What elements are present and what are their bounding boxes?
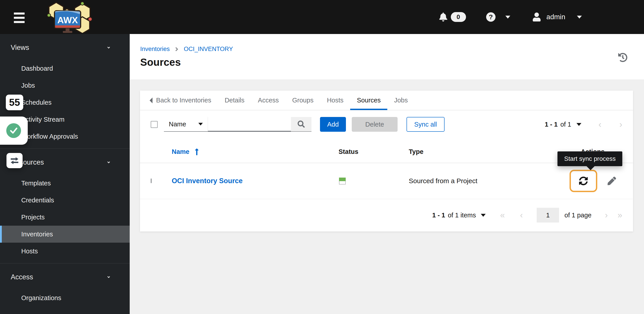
sidebar-item-label: Dashboard	[21, 65, 53, 72]
sidebar-item-label: Activity Stream	[21, 116, 64, 123]
sidebar-group-access-toggle[interactable]: Access	[0, 269, 130, 285]
bottom-pagination: 1 - 1 of 1 items « ‹ of 1 page › »	[140, 199, 633, 231]
pagination-range-total: of 1 items	[448, 212, 476, 219]
toolbar: Name Add Delete Sync all 1 - 1 of 1 ‹ ›	[140, 110, 633, 141]
page-header: Inventories OCI_INVENTORY Sources	[130, 34, 644, 80]
pagination-range-total: of 1	[560, 121, 571, 128]
sort-up-icon	[194, 148, 199, 156]
search-icon	[298, 120, 305, 128]
filter-type-select[interactable]: Name	[164, 117, 208, 132]
breadcrumb: Inventories OCI_INVENTORY	[140, 46, 644, 52]
tab-label: Access	[258, 96, 278, 104]
caret-left-icon	[150, 98, 152, 103]
bell-icon	[439, 12, 447, 22]
tooltip-start-sync: Start sync process	[558, 152, 622, 166]
pagination-range: 1 - 1	[545, 121, 558, 128]
previous-page-button[interactable]: ‹	[520, 211, 523, 220]
sidebar-item-label: Credentials	[21, 196, 54, 204]
history-button[interactable]	[618, 53, 628, 63]
svg-text:?: ?	[488, 13, 492, 20]
angle-right-icon	[175, 46, 178, 52]
hamburger-menu-icon[interactable]	[14, 12, 24, 23]
overlay-count-value: 55	[9, 97, 20, 108]
top-pagination: 1 - 1 of 1 ‹ ›	[545, 120, 622, 129]
sidebar-group-access: Access Organizations	[0, 264, 130, 310]
topbar: AWX 0 ? admin	[0, 0, 644, 34]
help-menu-button[interactable]: ?	[486, 12, 510, 22]
start-sync-button[interactable]	[570, 170, 597, 192]
pagination-range: 1 - 1	[432, 212, 445, 219]
help-icon: ?	[486, 12, 496, 22]
caret-down-icon[interactable]	[576, 123, 582, 126]
next-page-button[interactable]: ›	[605, 211, 608, 220]
username-label: admin	[546, 13, 565, 21]
tab-details[interactable]: Details	[218, 90, 251, 110]
sidebar-item-projects[interactable]: Projects	[0, 209, 130, 226]
caret-down-icon	[198, 123, 203, 126]
delete-button[interactable]: Delete	[352, 117, 398, 132]
tab-label: Details	[225, 96, 245, 104]
sidebar-item-organizations[interactable]: Organizations	[0, 290, 130, 306]
first-page-button[interactable]: «	[500, 211, 505, 220]
chevron-down-icon	[505, 16, 510, 18]
tab-label: Back to Inventories	[156, 96, 211, 104]
edit-source-button[interactable]	[608, 177, 616, 185]
select-all-checkbox[interactable]	[151, 121, 158, 128]
add-button[interactable]: Add	[320, 117, 346, 132]
search-button[interactable]	[291, 117, 312, 132]
column-header-name[interactable]: Name	[172, 148, 338, 156]
history-icon	[618, 53, 628, 62]
topbar-actions: 0 ? admin	[439, 0, 582, 34]
chevron-down-icon	[106, 160, 112, 164]
tab-label: Groups	[292, 96, 314, 104]
caret-down-icon[interactable]	[481, 214, 486, 217]
sidebar-item-label: Projects	[21, 214, 45, 221]
notifications-button[interactable]: 0	[439, 12, 466, 22]
tab-label: Hosts	[327, 96, 344, 104]
tab-access[interactable]: Access	[251, 90, 285, 110]
awx-logo[interactable]: AWX	[42, 1, 95, 33]
source-name-link[interactable]: OCI Inventory Source	[172, 177, 242, 185]
pencil-icon	[608, 177, 616, 185]
tab-sources[interactable]: Sources	[350, 90, 387, 110]
sidebar-group-views-toggle[interactable]: Views	[0, 40, 130, 56]
sidebar-item-credentials[interactable]: Credentials	[0, 192, 130, 209]
next-page-button[interactable]: ›	[620, 120, 622, 129]
check-circle-icon	[6, 123, 21, 138]
sidebar-item-jobs[interactable]: Jobs	[0, 77, 130, 94]
last-page-button[interactable]: »	[618, 211, 622, 220]
sidebar-item-label: Templates	[21, 180, 51, 187]
column-header-status: Status	[338, 148, 409, 156]
sidebar-group-label: Views	[11, 44, 29, 52]
row-checkbox[interactable]	[151, 178, 152, 183]
sidebar-group-label: Access	[11, 273, 33, 281]
sidebar-item-dashboard[interactable]: Dashboard	[0, 60, 130, 77]
sidebar-item-label: Inventories	[21, 230, 53, 238]
tab-back-to-inventories[interactable]: Back to Inventories	[150, 90, 218, 110]
table-row: OCI Inventory Source Sourced from a Proj…	[140, 163, 633, 199]
tab-label: Sources	[357, 96, 380, 104]
status-success-sparkline[interactable]	[339, 178, 346, 184]
tab-hosts[interactable]: Hosts	[320, 90, 350, 110]
page-number-input[interactable]	[537, 208, 559, 222]
user-menu-button[interactable]: admin	[533, 12, 582, 22]
breadcrumb-link-inventories[interactable]: Inventories	[140, 46, 170, 52]
sidebar-item-label: Workflow Approvals	[21, 133, 78, 140]
sidebar-item-templates[interactable]: Templates	[0, 175, 130, 192]
awx-logo-text: AWX	[57, 15, 78, 25]
sync-icon	[579, 176, 588, 186]
chevron-down-icon	[106, 46, 112, 50]
status-success-block	[339, 178, 346, 181]
tab-bar: Back to Inventories Details Access Group…	[140, 90, 633, 110]
column-header-type: Type	[409, 148, 561, 156]
overlay-swap-panel	[6, 153, 22, 168]
sync-all-button[interactable]: Sync all	[406, 117, 444, 132]
tab-groups[interactable]: Groups	[286, 90, 320, 110]
sidebar-item-inventories[interactable]: Inventories	[0, 226, 130, 243]
previous-page-button[interactable]: ‹	[598, 120, 601, 129]
overlay-count-badge: 55	[6, 94, 23, 110]
breadcrumb-link-oci-inventory[interactable]: OCI_INVENTORY	[184, 46, 233, 52]
sidebar-item-hosts[interactable]: Hosts	[0, 243, 130, 260]
tab-jobs[interactable]: Jobs	[387, 90, 414, 110]
search-input[interactable]	[208, 117, 291, 132]
